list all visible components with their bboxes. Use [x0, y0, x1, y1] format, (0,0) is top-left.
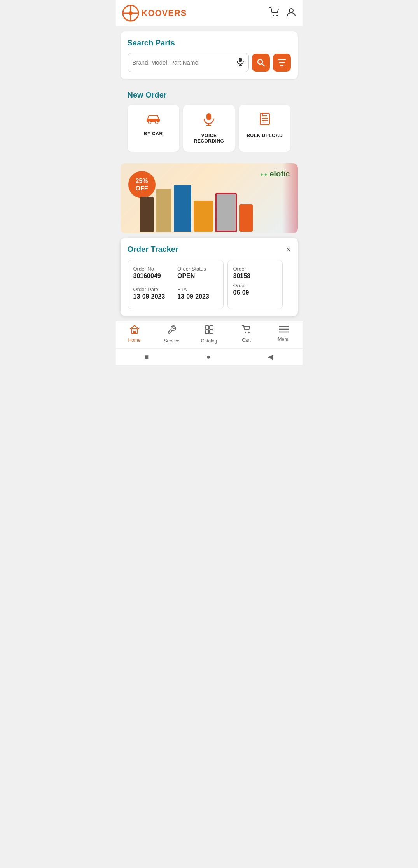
new-order-section: New Order BY CAR: [121, 84, 298, 159]
svg-point-30: [245, 332, 246, 333]
svg-point-6: [289, 9, 293, 12]
partial-order-date-field: Order 06-09: [233, 283, 277, 296]
mic-icon[interactable]: [237, 57, 244, 68]
cart-label: Cart: [242, 337, 251, 343]
bulk-upload-card[interactable]: BULK UPLOAD: [239, 105, 290, 152]
svg-point-31: [248, 332, 250, 333]
banner-red-edge: [282, 163, 298, 233]
voice-mic-icon: [203, 113, 214, 129]
order-no-value: 30160049: [133, 272, 174, 279]
filter-product-1: [140, 197, 154, 232]
nav-service[interactable]: Service: [153, 325, 191, 344]
android-navigation-bar: ■ ● ◀: [116, 348, 303, 365]
service-label: Service: [164, 338, 179, 344]
order-date-label: Order Date: [133, 286, 174, 292]
svg-rect-7: [239, 58, 242, 62]
order-status-value: OPEN: [177, 272, 218, 279]
svg-rect-20: [260, 113, 269, 125]
banner-products: [140, 179, 298, 233]
svg-rect-27: [210, 326, 213, 329]
order-tracker-section: Order Tracker × Order No 30160049 Order …: [121, 238, 298, 316]
svg-rect-28: [205, 330, 209, 334]
order-date-field: Order Date 13-09-2023: [133, 286, 174, 300]
filter-button[interactable]: [273, 54, 291, 72]
bulk-upload-label: BULK UPLOAD: [247, 133, 283, 138]
logo: KOOVERS: [122, 5, 187, 22]
filter-product-4: [194, 201, 213, 232]
eta-label: ETA: [177, 286, 218, 292]
nav-cart[interactable]: Cart: [228, 325, 265, 344]
partial-order-no-label: Order: [233, 266, 277, 272]
tracker-cards: Order No 30160049 Order Status OPEN Orde…: [128, 260, 291, 309]
header-actions: [269, 7, 296, 19]
by-car-card[interactable]: BY CAR: [128, 105, 179, 152]
eta-value: 13-09-2023: [177, 293, 218, 300]
voice-recording-card[interactable]: VOICE RECORDING: [183, 105, 235, 152]
header: KOOVERS: [116, 0, 303, 27]
svg-line-11: [262, 64, 264, 66]
partial-order-date-value: 06-09: [233, 289, 277, 296]
filter-product-6: [239, 204, 253, 232]
svg-rect-16: [154, 117, 157, 119]
profile-icon[interactable]: [286, 7, 296, 19]
partial-order-no-field: Order 30158: [233, 266, 277, 279]
by-car-label: BY CAR: [144, 131, 163, 136]
nav-home[interactable]: Home: [116, 325, 153, 344]
order-date-value: 13-09-2023: [133, 293, 174, 300]
wrench-icon: [167, 325, 177, 337]
home-icon: [130, 325, 139, 336]
new-order-title: New Order: [128, 91, 291, 100]
filter-product-5: [215, 193, 237, 232]
order-no-label: Order No: [133, 266, 174, 272]
svg-rect-29: [210, 330, 213, 334]
logo-text: KOOVERS: [142, 8, 187, 18]
svg-point-4: [273, 15, 274, 16]
home-label: Home: [128, 337, 140, 343]
svg-rect-15: [150, 117, 153, 119]
tracker-card-main[interactable]: Order No 30160049 Order Status OPEN Orde…: [128, 260, 224, 309]
banner-section[interactable]: 25% OFF ✦✦ elofic: [121, 163, 298, 233]
android-back-btn[interactable]: ◀: [268, 353, 273, 361]
partial-order-no-value: 30158: [233, 272, 277, 279]
car-icon: [146, 113, 161, 127]
android-circle-btn[interactable]: ●: [206, 353, 210, 361]
grid-icon: [205, 325, 214, 337]
order-cards: BY CAR VOICE RECORDING: [128, 105, 291, 152]
catalog-label: Catalog: [201, 338, 217, 344]
tracker-card-partial[interactable]: Order 30158 Order 06-09: [227, 260, 283, 309]
svg-rect-25: [133, 331, 136, 333]
menu-icon: [279, 325, 289, 335]
tracker-card-grid: Order No 30160049 Order Status OPEN Orde…: [133, 266, 218, 303]
search-section: Search Parts: [121, 31, 298, 79]
svg-point-13: [149, 121, 151, 124]
android-square-btn[interactable]: ■: [145, 353, 149, 361]
order-status-label: Order Status: [177, 266, 218, 272]
koovers-logo-icon: [122, 5, 139, 22]
tracker-close-button[interactable]: ×: [286, 245, 291, 254]
menu-label: Menu: [278, 337, 289, 342]
svg-point-5: [276, 15, 278, 16]
cart-icon[interactable]: [269, 7, 280, 19]
eta-field: ETA 13-09-2023: [177, 286, 218, 300]
search-button[interactable]: [252, 54, 270, 72]
filter-product-2: [156, 189, 171, 232]
svg-rect-26: [205, 326, 209, 329]
search-input[interactable]: [133, 59, 237, 66]
tracker-title: Order Tracker: [128, 245, 178, 254]
bottom-navigation: Home Service Catalog Ca: [116, 321, 303, 348]
voice-recording-label: VOICE RECORDING: [194, 133, 224, 144]
svg-rect-17: [206, 113, 211, 120]
order-no-field: Order No 30160049: [133, 266, 174, 279]
filter-product-3: [174, 185, 191, 232]
search-title: Search Parts: [128, 38, 291, 47]
search-row: [128, 53, 291, 72]
svg-point-3: [129, 11, 133, 15]
tracker-header: Order Tracker ×: [128, 245, 291, 254]
partial-order-date-label: Order: [233, 283, 277, 288]
order-status-field: Order Status OPEN: [177, 266, 218, 279]
nav-catalog[interactable]: Catalog: [191, 325, 228, 344]
bulk-upload-icon: [259, 113, 270, 129]
search-input-wrapper: [128, 53, 249, 72]
cart-nav-icon: [242, 325, 251, 336]
nav-menu[interactable]: Menu: [265, 325, 303, 344]
